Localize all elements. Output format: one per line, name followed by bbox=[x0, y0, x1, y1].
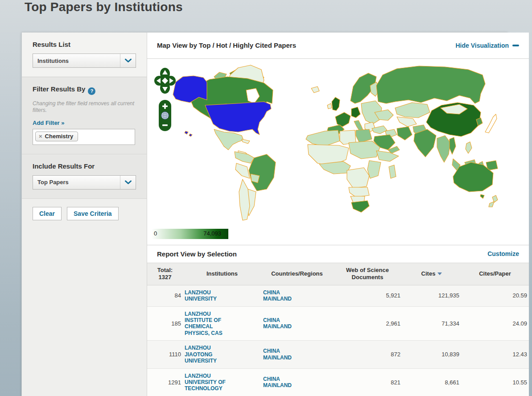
help-icon[interactable]: ? bbox=[88, 87, 95, 95]
map-region-chile[interactable] bbox=[239, 179, 250, 220]
total-count-header: Total: 1327 bbox=[147, 263, 183, 285]
map-region-myanmar-thailand[interactable] bbox=[437, 136, 450, 162]
map-region-angola-zambia[interactable] bbox=[349, 187, 369, 197]
wos-documents-cell: 2,961 bbox=[333, 306, 402, 341]
map-region-russia[interactable] bbox=[376, 66, 485, 103]
map-region-kazakhstan[interactable] bbox=[395, 103, 430, 118]
institution-link[interactable]: LANZHOU JIAOTONG UNIVERSITY bbox=[185, 345, 237, 364]
total-value: 1327 bbox=[149, 274, 181, 281]
map-region-tasmania[interactable] bbox=[480, 194, 484, 198]
remove-filter-icon[interactable]: × bbox=[39, 133, 42, 139]
column-header-cites-sorted[interactable]: Cites bbox=[402, 263, 461, 285]
map-region-india[interactable] bbox=[414, 129, 436, 157]
map-region-south-africa[interactable] bbox=[351, 201, 369, 212]
map-pan-control[interactable] bbox=[154, 68, 176, 94]
map-region-cuba[interactable] bbox=[242, 139, 250, 144]
cites-cell: 8,661 bbox=[402, 368, 461, 396]
content-panel: Results List Institutions Filter Results… bbox=[21, 32, 507, 396]
main-content: Map View by Top / Hot / Highly Cited Pap… bbox=[147, 33, 529, 396]
map-region-iceland[interactable] bbox=[311, 87, 319, 93]
country-link[interactable]: CHINA MAINLAND bbox=[263, 376, 303, 389]
map-region-horn-of-africa[interactable] bbox=[376, 151, 399, 161]
zoom-out-icon[interactable] bbox=[162, 124, 168, 126]
cites-label: Cites bbox=[421, 270, 436, 277]
results-list-dropdown[interactable]: Institutions bbox=[33, 54, 136, 68]
filter-results-heading: Filter Results By? bbox=[33, 85, 136, 95]
cites-per-paper-cell: 10.55 bbox=[461, 368, 529, 396]
legend-min-value: 0 bbox=[154, 230, 157, 237]
page-title: Top Papers by Institutions bbox=[25, 0, 183, 14]
chevron-down-icon bbox=[120, 176, 136, 189]
chevron-down-icon bbox=[120, 54, 136, 67]
table-row: 1291 LANZHOU UNIVERSITY OF TECHNOLOGY CH… bbox=[147, 368, 529, 396]
map-region-egypt[interactable] bbox=[356, 129, 372, 143]
country-link[interactable]: CHINA MAINLAND bbox=[263, 348, 303, 361]
map-region-philippines[interactable] bbox=[466, 142, 472, 153]
hide-visualization-link[interactable]: Hide Visualization bbox=[455, 42, 519, 49]
include-results-section: Include Results For Top Papers bbox=[22, 154, 147, 199]
rank-cell: 1291 bbox=[147, 368, 183, 396]
map-region-ireland[interactable] bbox=[327, 103, 332, 109]
map-region-madagascar[interactable] bbox=[389, 165, 396, 178]
map-zoom-control[interactable] bbox=[159, 100, 171, 131]
clear-button[interactable]: Clear bbox=[33, 207, 62, 220]
results-table: Total: 1327 Institutions Countries/Regio… bbox=[147, 263, 529, 396]
map-region-morocco-algeria[interactable] bbox=[306, 130, 340, 146]
customize-link[interactable]: Customize bbox=[487, 250, 519, 257]
include-results-selected-value: Top Papers bbox=[33, 179, 120, 186]
rank-cell: 1110 bbox=[147, 341, 183, 368]
map-region-new-zealand-north[interactable] bbox=[492, 195, 498, 202]
table-row: 84 LANZHOU UNIVERSITY CHINA MAINLAND 5,9… bbox=[147, 285, 529, 306]
column-header-cites-per-paper[interactable]: Cites/Paper bbox=[461, 263, 529, 285]
wos-documents-cell: 5,921 bbox=[333, 285, 402, 306]
report-title: Report View by Selection bbox=[157, 250, 237, 258]
map-region-japan[interactable] bbox=[485, 114, 497, 133]
collapse-minus-icon bbox=[512, 45, 519, 46]
map-region-sudan[interactable] bbox=[349, 141, 380, 159]
column-header-countries[interactable]: Countries/Regions bbox=[261, 263, 333, 285]
table-row: 1110 LANZHOU JIAOTONG UNIVERSITY CHINA M… bbox=[147, 341, 529, 368]
institution-link[interactable]: LANZHOU UNIVERSITY bbox=[185, 289, 237, 302]
map-region-central-africa[interactable] bbox=[347, 168, 369, 188]
map-region-united-states-hawaii[interactable] bbox=[189, 134, 192, 136]
map-region-peru[interactable] bbox=[235, 163, 250, 178]
world-choropleth-map[interactable] bbox=[147, 59, 507, 233]
sort-desc-icon bbox=[437, 272, 442, 275]
table-row: 185 LANZHOU INSTITUTE OF CHEMICAL PHYSIC… bbox=[147, 306, 529, 341]
cites-per-paper-cell: 20.59 bbox=[461, 285, 529, 306]
legend-max-value: 74,093 bbox=[203, 230, 221, 237]
institution-link[interactable]: LANZHOU UNIVERSITY OF TECHNOLOGY bbox=[185, 373, 237, 392]
map-region-new-zealand-south[interactable] bbox=[489, 202, 494, 207]
filter-chip-chemistry[interactable]: × Chemistry bbox=[35, 132, 78, 141]
save-criteria-button[interactable]: Save Criteria bbox=[67, 207, 119, 220]
country-link[interactable]: CHINA MAINLAND bbox=[263, 317, 303, 330]
map-region-mexico[interactable] bbox=[214, 129, 243, 150]
map-region-united-kingdom[interactable] bbox=[332, 97, 340, 111]
map-color-legend: 0 74,093 bbox=[152, 229, 228, 239]
add-filter-link[interactable]: Add Filter » bbox=[33, 120, 65, 126]
map-region-east-africa[interactable] bbox=[367, 161, 381, 178]
include-results-dropdown[interactable]: Top Papers bbox=[33, 175, 136, 190]
country-link[interactable]: CHINA MAINLAND bbox=[263, 289, 303, 302]
map-region-iran[interactable] bbox=[397, 127, 412, 140]
map-region-germany[interactable] bbox=[351, 107, 360, 118]
globe-icon[interactable] bbox=[161, 111, 169, 119]
map-region-vietnam[interactable] bbox=[450, 137, 456, 154]
hide-visualization-label: Hide Visualization bbox=[455, 42, 509, 49]
world-map-canvas[interactable]: 0 74,093 bbox=[147, 59, 529, 245]
institution-link[interactable]: LANZHOU INSTITUTE OF CHEMICAL PHYSICS, C… bbox=[185, 311, 237, 337]
active-filters-box: × Chemistry bbox=[33, 129, 135, 145]
cites-per-paper-cell: 12.43 bbox=[461, 341, 529, 368]
total-label: Total: bbox=[149, 267, 181, 274]
report-section-header: Report View by Selection Customize bbox=[147, 245, 529, 263]
map-region-united-states-hawaii[interactable] bbox=[185, 131, 188, 134]
filter-chip-label: Chemistry bbox=[45, 133, 74, 140]
map-region-central-asia[interactable] bbox=[397, 117, 417, 127]
map-region-france[interactable] bbox=[335, 112, 351, 127]
column-header-institutions[interactable]: Institutions bbox=[183, 263, 261, 285]
column-header-wos-documents[interactable]: Web of Science Documents bbox=[333, 263, 402, 285]
map-region-venezuela-colombia[interactable] bbox=[235, 152, 254, 163]
cites-per-paper-cell: 24.09 bbox=[461, 306, 529, 341]
filter-results-section: Filter Results By? Changing the filter f… bbox=[22, 77, 147, 154]
customize-label: Customize bbox=[487, 250, 519, 257]
